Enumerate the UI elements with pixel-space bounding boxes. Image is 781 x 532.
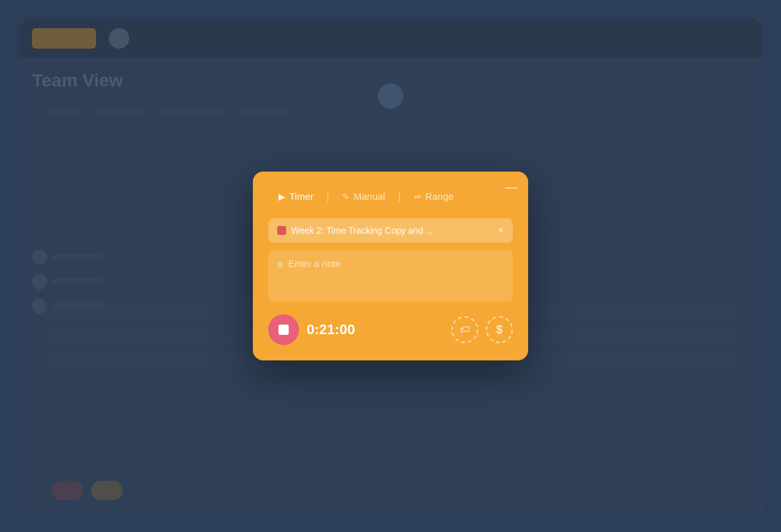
stop-button[interactable] [268,314,299,345]
tab-divider-1: | [324,189,332,203]
note-placeholder: Enter a note [288,258,341,269]
tab-timer[interactable]: ▶ Timer [268,187,324,206]
billing-button[interactable]: $ [486,316,513,343]
note-lines-icon: ≡ [277,259,283,271]
minimize-button[interactable]: — [505,181,518,193]
task-selector[interactable]: Week 2: Time Tracking Copy and ... × [268,218,513,243]
tab-manual-label: Manual [353,191,385,202]
tab-row: ▶ Timer | ✎ Manual | ⇌ Range [268,187,513,206]
edit-icon: ✎ [342,191,350,202]
task-close-button[interactable]: × [498,225,504,236]
stop-icon [278,325,289,335]
tag-icon: 🏷 [460,324,470,335]
tab-range[interactable]: ⇌ Range [403,187,463,206]
tab-range-label: Range [425,191,453,202]
tag-button[interactable]: 🏷 [451,316,478,343]
billing-icon: $ [496,323,503,337]
tab-timer-label: Timer [289,191,314,202]
time-tracking-modal: — ▶ Timer | ✎ Manual | ⇌ Range [253,172,528,360]
bottom-row: 0:21:00 🏷 $ [268,314,513,345]
tab-divider-2: | [396,189,404,203]
app-frame: Team View [19,19,762,513]
play-icon: ▶ [278,191,286,202]
range-icon: ⇌ [414,191,421,202]
note-area[interactable]: ≡ Enter a note [268,250,513,302]
tab-manual[interactable]: ✎ Manual [332,187,395,206]
app-inner: Team View [19,19,762,513]
timer-display: 0:21:00 [307,321,444,338]
task-color-dot [277,226,286,235]
task-name: Week 2: Time Tracking Copy and ... [291,225,493,236]
modal-overlay: — ▶ Timer | ✎ Manual | ⇌ Range [19,19,762,513]
